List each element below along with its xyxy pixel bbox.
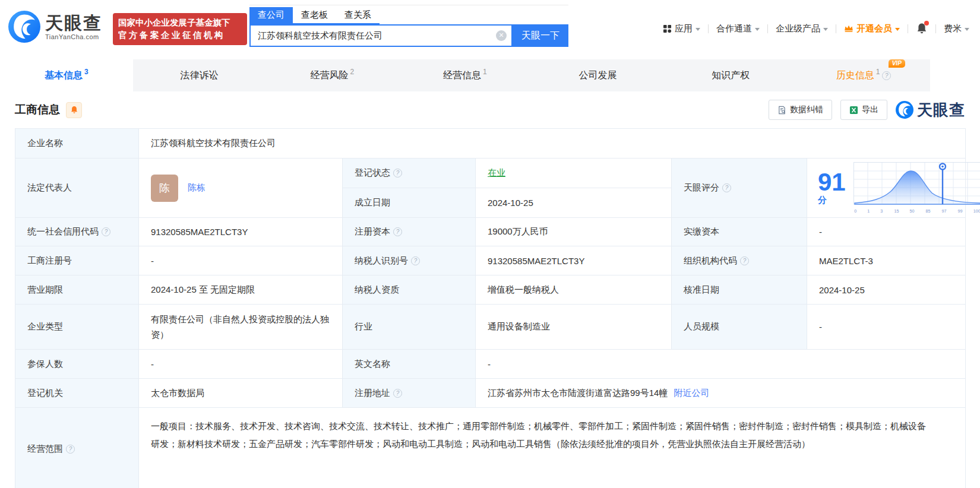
field-value-english-name: - (476, 350, 966, 379)
tianyancha-watermark-icon (896, 101, 913, 119)
field-label-paid-capital: 实缴资本 (672, 218, 807, 246)
chevron-down-icon (696, 28, 700, 31)
tab-operating-risk[interactable]: 经营风险 2 (265, 59, 399, 91)
notification-dot (924, 21, 929, 26)
field-label-business-term: 营业期限 (15, 275, 139, 305)
chevron-down-icon (823, 28, 828, 31)
field-label-staff-size: 人员规模 (672, 305, 807, 350)
tab-count: 1 (483, 68, 487, 76)
field-label-business-scope: 经营范围 (15, 408, 139, 488)
search-tab-boss[interactable]: 查老板 (293, 7, 336, 23)
tab-history-info[interactable]: VIP 历史信息 1 (797, 59, 930, 91)
nav-vip-label: 开通会员 (856, 23, 892, 34)
apps-grid-icon (663, 24, 672, 33)
field-label-english-name: 英文名称 (343, 350, 476, 379)
table-row: 统一社会信用代码 91320585MAE2TLCT3Y 注册资本 19000万人… (15, 218, 966, 246)
logo-domain: TianYanCha.com (45, 33, 102, 40)
field-value-reg-authority: 太仓市数据局 (139, 379, 343, 408)
search-block: 查公司 查老板 查关系 天眼一下 (249, 5, 568, 47)
table-row: 参保人数 - 英文名称 - (15, 350, 966, 379)
table-row: 法定代表人 陈 陈栋 登记状态 在业 天眼评分 91分 (15, 159, 966, 188)
table-row: 工商注册号 - 纳税人识别号 91320585MAE2TLCT3Y 组织机构代码… (15, 246, 966, 275)
tab-basic-info[interactable]: 基本信息 3 (0, 59, 133, 91)
help-icon[interactable] (66, 445, 75, 454)
tianyancha-watermark: 天眼查 (896, 100, 965, 121)
data-correction-icon (777, 106, 786, 115)
field-value-company-name: 江苏领科航空技术有限责任公司 (139, 129, 966, 159)
field-value-credit-code: 91320585MAE2TLCT3Y (139, 218, 343, 246)
table-row: 登记机关 太仓市数据局 注册地址 江苏省苏州市太仓市陆渡街道富达路99号14幢附… (15, 379, 966, 408)
field-value-reg-capital: 19000万人民币 (476, 218, 672, 246)
field-value-reg-address: 江苏省苏州市太仓市陆渡街道富达路99号14幢附近公司 (476, 379, 966, 408)
table-row: 企业名称 江苏领科航空技术有限责任公司 (15, 129, 966, 159)
search-tab-relation[interactable]: 查关系 (336, 7, 380, 23)
nav-apps[interactable]: 应用 (663, 23, 700, 34)
data-correction-button[interactable]: 数据纠错 (769, 100, 832, 120)
reg-status-link[interactable]: 在业 (488, 167, 505, 178)
vip-badge: VIP (889, 59, 905, 68)
help-icon[interactable] (882, 71, 891, 80)
section-right: 数据纠错 导出 天眼查 (769, 100, 965, 121)
nearby-companies-link[interactable]: 附近公司 (674, 388, 709, 398)
help-icon[interactable] (393, 227, 402, 236)
certification-badge-line1: 国家中小企业发展子基金旗下 (118, 17, 242, 29)
tab-business-info[interactable]: 经营信息 1 (399, 59, 532, 91)
notification-bell-icon[interactable] (916, 23, 928, 34)
field-value-legal-rep: 陈 陈栋 (139, 159, 343, 218)
tab-count: 3 (84, 68, 88, 76)
help-icon[interactable] (393, 169, 402, 178)
field-value-staff-size: - (807, 305, 966, 350)
nav-divider (708, 24, 709, 33)
search-tab-company[interactable]: 查公司 (249, 7, 293, 23)
tianyancha-logo[interactable]: 天眼查 TianYanCha.com (8, 11, 102, 43)
legal-rep-link[interactable]: 陈栋 (188, 182, 206, 194)
field-value-reg-number: - (139, 246, 343, 275)
help-icon[interactable] (102, 227, 110, 236)
tab-intellectual-property[interactable]: 知识产权 (664, 59, 797, 91)
field-label-insured-count: 参保人数 (15, 350, 139, 379)
export-button[interactable]: 导出 (840, 100, 887, 120)
search-button[interactable]: 天眼一下 (513, 24, 568, 47)
nav-divider (908, 24, 908, 33)
bell-icon (70, 106, 78, 114)
field-label-approval-date: 核准日期 (672, 275, 807, 305)
search-input-wrap (249, 24, 513, 47)
watermark-label: 天眼查 (917, 100, 965, 121)
main-tabs: 基本信息 3 法律诉讼 经营风险 2 经营信息 1 公司发展 知识产权 VIP … (0, 59, 930, 91)
nav-enterprise-products[interactable]: 企业级产品 (776, 23, 828, 34)
search-row: 天眼一下 (249, 24, 568, 47)
field-label-reg-authority: 登记机关 (15, 379, 139, 408)
help-icon[interactable] (393, 389, 402, 398)
field-value-taxpayer-id: 91320585MAE2TLCT3Y (476, 246, 672, 275)
certification-badge-line2: 官方备案企业征信机构 (118, 29, 242, 42)
clear-search-icon[interactable] (496, 30, 507, 41)
field-label-reg-status: 登记状态 (343, 159, 476, 188)
site-header: 天眼查 TianYanCha.com 国家中小企业发展子基金旗下 官方备案企业征… (0, 0, 980, 57)
help-icon[interactable] (740, 256, 749, 265)
field-label-reg-address: 注册地址 (343, 379, 476, 408)
field-value-industry: 通用设备制造业 (476, 305, 672, 350)
score-curve (853, 162, 980, 206)
subscribe-bell-button[interactable] (66, 102, 82, 118)
nav-open-vip[interactable]: 开通会员 (844, 23, 900, 34)
nav-divider (836, 24, 836, 33)
search-tabs: 查公司 查老板 查关系 (249, 7, 380, 24)
tab-company-development[interactable]: 公司发展 (532, 59, 665, 91)
field-value-approval-date: 2024-10-25 (807, 275, 966, 305)
help-icon[interactable] (411, 256, 420, 265)
field-label-establish-date: 成立日期 (343, 188, 476, 218)
chevron-down-icon (965, 28, 969, 31)
section-left: 工商信息 (15, 102, 82, 118)
section-bar: 工商信息 数据纠错 (0, 91, 980, 128)
field-value-taxpayer-quality: 增值税一般纳税人 (476, 275, 672, 305)
nav-partner-channel[interactable]: 合作通道 (716, 23, 760, 34)
search-input[interactable] (249, 24, 513, 47)
legal-rep-avatar[interactable]: 陈 (151, 175, 178, 202)
help-icon[interactable] (722, 183, 731, 192)
chevron-down-icon (895, 28, 900, 31)
business-info-table: 企业名称 江苏领科航空技术有限责任公司 法定代表人 陈 陈栋 登记状态 在业 天… (15, 128, 966, 488)
tab-legal-proceedings[interactable]: 法律诉讼 (133, 59, 266, 91)
tab-label: 经营信息 (443, 69, 481, 82)
nav-user-menu[interactable]: 费米 (944, 23, 969, 34)
nav-divider (767, 24, 768, 33)
